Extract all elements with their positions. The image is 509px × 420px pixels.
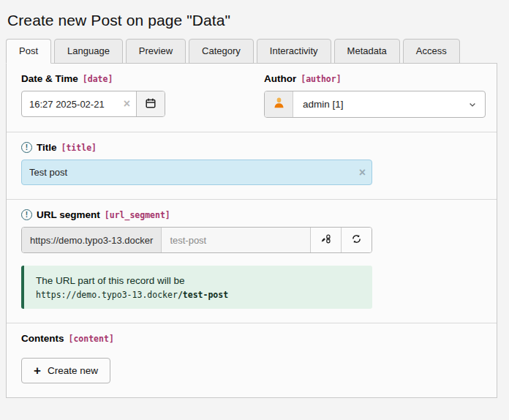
url-preview-callout: The URL part of this record will be http…	[21, 266, 372, 309]
link-edit-icon	[320, 233, 331, 247]
date-field-tag: [date]	[83, 74, 113, 84]
date-picker-button[interactable]	[136, 91, 165, 116]
calendar-icon	[145, 97, 157, 111]
contents-label: Contents	[21, 333, 64, 344]
page-title: Create new Post on page "Data"	[7, 12, 509, 29]
title-input-wrap: ×	[21, 160, 372, 185]
contents-field-tag: [content]	[69, 334, 114, 344]
title-field-tag: [title]	[61, 143, 97, 153]
refresh-icon	[351, 233, 362, 247]
record-state-icon: !	[21, 142, 32, 153]
url-preview-text: The URL part of this record will be	[36, 275, 361, 286]
tab-bar: Post Language Preview Category Interacti…	[6, 39, 509, 63]
url-segment-value[interactable]: test-post	[162, 228, 310, 252]
date-field-column: Date & Time [date] ×	[21, 73, 264, 118]
section-url-segment: ! URL segment [url_segment] https://demo…	[7, 199, 497, 323]
date-clear-icon[interactable]: ×	[122, 98, 136, 110]
author-label: Author	[264, 73, 296, 84]
author-selected-value: admin [1]	[293, 99, 468, 110]
tab-metadata[interactable]: Metadata	[334, 39, 400, 64]
section-contents: Contents [content] + Create new	[7, 323, 497, 397]
url-segment-group: https://demo.typo3-13.docker test-post	[21, 227, 372, 253]
section-title: ! Title [title] ×	[7, 132, 497, 199]
title-clear-icon[interactable]: ×	[358, 167, 372, 179]
tab-interactivity[interactable]: Interactivity	[257, 39, 331, 64]
create-new-label: Create new	[48, 365, 98, 376]
create-new-content-button[interactable]: + Create new	[21, 358, 110, 383]
record-state-icon: !	[21, 209, 32, 220]
user-avatar-icon	[272, 96, 286, 113]
author-field-tag: [author]	[301, 74, 341, 84]
date-input[interactable]	[22, 99, 122, 110]
tab-access[interactable]: Access	[403, 39, 460, 64]
recalculate-slug-button[interactable]	[341, 228, 372, 252]
url-segment-field-tag: [url_segment]	[105, 210, 170, 220]
title-input[interactable]	[22, 167, 358, 178]
tab-language[interactable]: Language	[54, 39, 123, 64]
tab-content-panel: Date & Time [date] ×	[6, 63, 497, 398]
title-label: Title	[37, 142, 57, 153]
plus-icon: +	[34, 364, 41, 377]
author-field-column: Author [author] admin [1]	[264, 73, 486, 118]
tab-preview[interactable]: Preview	[126, 39, 186, 64]
date-input-group: ×	[21, 91, 165, 117]
url-segment-prefix: https://demo.typo3-13.docker	[22, 228, 162, 252]
chevron-down-icon	[468, 100, 477, 109]
url-preview-link: https://demo.typo3-13.docker/test-post	[36, 290, 361, 300]
url-segment-label: URL segment	[37, 209, 100, 220]
edit-slug-button[interactable]	[310, 228, 341, 252]
date-label: Date & Time	[21, 73, 78, 84]
tab-category[interactable]: Category	[189, 39, 254, 64]
section-date-author: Date & Time [date] ×	[7, 64, 497, 132]
author-select[interactable]: admin [1]	[264, 91, 486, 118]
tab-post[interactable]: Post	[6, 39, 51, 64]
